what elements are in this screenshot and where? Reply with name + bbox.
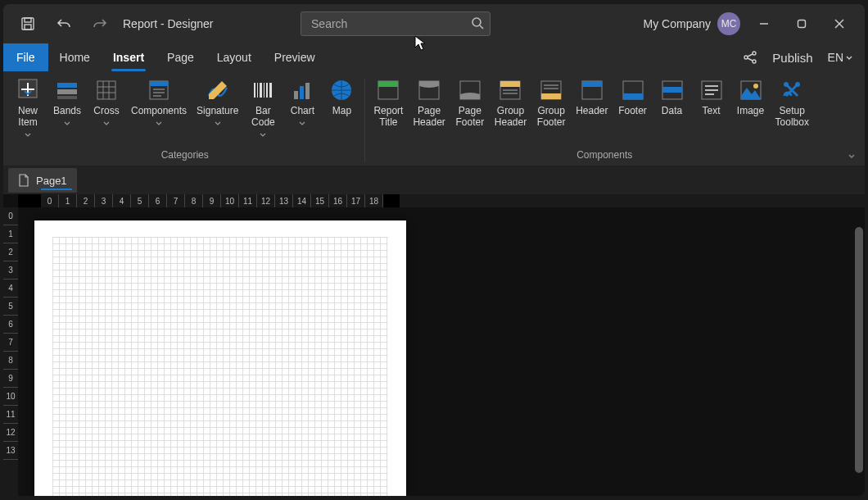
ruler-tick: 6: [149, 194, 167, 207]
ribbon-text-button[interactable]: Text: [692, 76, 731, 131]
ruler-tick: 9: [3, 370, 18, 388]
ribbon-label: Cross: [93, 105, 119, 116]
gheader-icon: [498, 78, 522, 102]
svg-rect-1: [25, 18, 31, 22]
image-icon: [739, 78, 763, 102]
chevron-down-icon: [215, 121, 221, 130]
search-input[interactable]: [301, 11, 491, 36]
menu-tab-page[interactable]: Page: [156, 43, 206, 71]
ribbon-map-button[interactable]: Map: [322, 76, 361, 131]
ribbon-label: Components: [131, 105, 187, 116]
menu-tab-insert[interactable]: Insert: [102, 43, 156, 71]
svg-rect-2: [25, 25, 31, 30]
close-icon: [834, 19, 844, 29]
page-tab-label: Page1: [36, 175, 67, 187]
close-button[interactable]: [821, 6, 858, 42]
ruler-tick: 8: [185, 194, 203, 207]
ruler-tick: 7: [167, 194, 185, 207]
publish-button[interactable]: Publish: [772, 51, 812, 65]
menu-tab-layout[interactable]: Layout: [206, 43, 263, 71]
ruler-tick: 17: [347, 194, 365, 207]
language-label: EN: [828, 51, 843, 64]
ribbon-gfooter-button[interactable]: Group Footer: [531, 76, 571, 143]
group-label-categories: Categories: [8, 143, 361, 164]
ribbon-label: Report Title: [373, 105, 403, 128]
ribbon-chart-button[interactable]: Chart: [283, 76, 322, 131]
ruler-tick: 3: [3, 261, 18, 280]
ruler-tick: 12: [3, 424, 18, 442]
redo-button[interactable]: [82, 6, 118, 42]
ribbon-label: Group Header: [495, 105, 527, 128]
ribbon-pheader-button[interactable]: Page Header: [408, 76, 450, 143]
canvas[interactable]: [18, 207, 865, 496]
bands-icon: [55, 78, 79, 102]
undo-icon: [57, 16, 71, 31]
ribbon-components-button[interactable]: Components: [126, 76, 192, 131]
chevron-down-icon: [845, 53, 853, 61]
group-label-components: Components: [368, 143, 840, 164]
save-button[interactable]: [10, 6, 46, 42]
ribbon-gheader-button[interactable]: Group Header: [490, 76, 531, 143]
vertical-ruler: 012345678910111213: [3, 207, 18, 496]
ruler-tick: 5: [3, 298, 18, 316]
ribbon-setup-button[interactable]: Setup Toolbox: [771, 76, 814, 143]
redo-icon: [93, 16, 107, 31]
ruler-tick: 1: [59, 194, 77, 207]
ribbon-signature-button[interactable]: Signature: [192, 76, 243, 131]
ribbon-expand-button[interactable]: [843, 148, 860, 164]
gfooter-icon: [539, 78, 563, 102]
ribbon-rtitle-button[interactable]: Report Title: [368, 76, 408, 143]
ribbon-barcode-button[interactable]: Bar Code: [243, 76, 283, 143]
maximize-button[interactable]: [783, 6, 821, 42]
page-grid: [52, 237, 388, 496]
svg-point-9: [744, 56, 748, 59]
minimize-button[interactable]: [745, 6, 783, 42]
ribbon-image-button[interactable]: Image: [731, 76, 771, 131]
company-name: My Company: [644, 17, 711, 30]
ribbon-data-button[interactable]: Data: [653, 76, 692, 131]
data-icon: [660, 78, 685, 102]
menu-tab-preview[interactable]: Preview: [263, 43, 327, 71]
ruler-tick: 12: [257, 194, 275, 207]
ribbon-label: Page Footer: [455, 105, 484, 128]
ruler-tick: 3: [95, 194, 113, 207]
ruler-tick: 4: [113, 194, 131, 207]
pfooter-icon: [458, 78, 482, 102]
avatar: MC: [717, 12, 740, 35]
ruler-tick: 2: [77, 194, 95, 207]
ribbon-label: Bar Code: [251, 105, 275, 128]
menu-tab-home[interactable]: Home: [48, 43, 102, 71]
share-icon: [743, 50, 757, 65]
chart-icon: [290, 78, 314, 102]
undo-button[interactable]: [46, 6, 82, 42]
ribbon-new-item-button[interactable]: New Item: [8, 76, 47, 143]
company-block[interactable]: My Company MC: [644, 12, 740, 35]
app-window: Report - Designer My Company MC File H: [3, 4, 865, 496]
ruler-tick: 10: [3, 388, 18, 406]
ribbon-label: Signature: [197, 105, 238, 116]
ribbon-footer-button[interactable]: Footer: [613, 76, 653, 131]
rtitle-icon: [376, 78, 400, 102]
file-menu[interactable]: File: [3, 43, 48, 71]
window-controls: [745, 6, 858, 42]
ribbon-bands-button[interactable]: Bands: [47, 76, 87, 131]
page-surface[interactable]: [34, 220, 406, 496]
page-tab[interactable]: Page1: [8, 168, 77, 193]
search-wrap: [301, 11, 491, 36]
ribbon-header-button[interactable]: Header: [571, 76, 613, 131]
ribbon-label: Footer: [618, 105, 647, 116]
ruler-tick: 7: [3, 334, 18, 352]
ribbon-cross-button[interactable]: Cross: [87, 76, 126, 131]
language-selector[interactable]: EN: [828, 51, 853, 64]
ruler-tick: 0: [41, 194, 59, 207]
ruler-tick: 16: [329, 194, 347, 207]
ribbon-pfooter-button[interactable]: Page Footer: [450, 76, 490, 143]
ruler-tick: 14: [293, 194, 311, 207]
ruler-tick: 2: [3, 243, 18, 261]
page-tab-strip: Page1: [3, 166, 865, 194]
vertical-scrollbar[interactable]: [855, 227, 863, 473]
chevron-down-icon: [64, 121, 70, 130]
page-icon: [18, 174, 29, 187]
window-title: Report - Designer: [123, 17, 214, 30]
share-button[interactable]: [743, 50, 757, 65]
